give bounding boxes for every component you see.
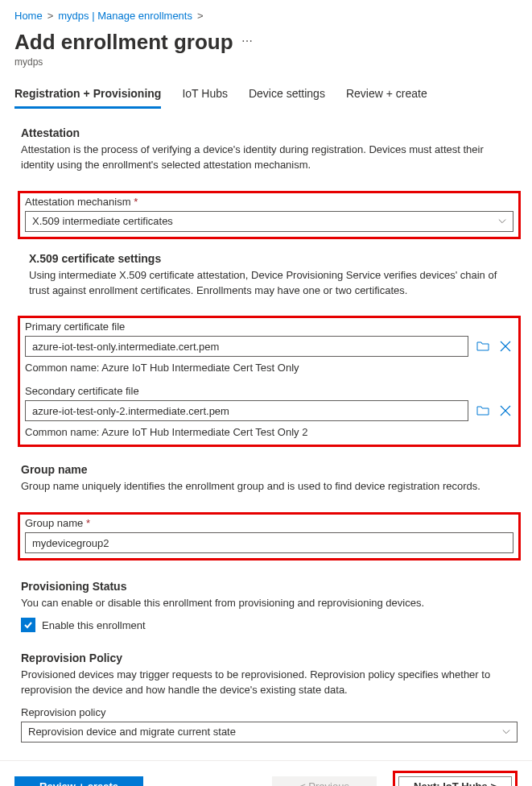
chevron-right-icon: > <box>197 10 204 22</box>
folder-icon <box>476 404 489 417</box>
reprovision-policy-label: Reprovision policy <box>21 706 518 718</box>
group-name-highlight: Group name * <box>18 512 521 561</box>
primary-cert-label: Primary certificate file <box>25 321 513 333</box>
attestation-mechanism-highlight: Attestation mechanism * X.509 intermedia… <box>18 191 521 239</box>
group-name-label: Group name * <box>25 517 513 529</box>
secondary-cert-browse-button[interactable] <box>475 403 491 419</box>
secondary-cert-clear-button[interactable] <box>497 403 513 419</box>
close-icon <box>499 404 512 417</box>
footer-actions: Review + create < Previous Next: IoT Hub… <box>0 771 532 786</box>
reprovision-policy-heading: Reprovision Policy <box>21 652 518 664</box>
secondary-cert-label: Secondary certificate file <box>25 385 513 397</box>
certificate-files-highlight: Primary certificate file Common name: Az… <box>18 316 521 447</box>
attestation-mechanism-value: X.509 intermediate certificates <box>32 215 173 227</box>
close-icon <box>499 340 512 353</box>
breadcrumb-home[interactable]: Home <box>14 10 43 22</box>
tab-review-create[interactable]: Review + create <box>346 82 427 109</box>
attestation-mechanism-select[interactable]: X.509 intermediate certificates <box>25 211 513 232</box>
enable-enrollment-label: Enable this enrollment <box>42 619 146 631</box>
folder-icon <box>476 340 489 353</box>
secondary-cert-common-name: Common name: Azure IoT Hub Intermediate … <box>25 426 513 438</box>
reprovision-policy-description: Provisioned devices may trigger requests… <box>21 668 518 698</box>
footer-divider <box>0 760 532 761</box>
reprovision-policy-value: Reprovision device and migrate current s… <box>28 726 236 738</box>
tab-device-settings[interactable]: Device settings <box>249 82 325 109</box>
enable-enrollment-checkbox[interactable] <box>21 618 35 632</box>
tab-registration[interactable]: Registration + Provisioning <box>14 82 161 109</box>
group-name-input[interactable] <box>25 532 513 553</box>
checkmark-icon <box>23 620 33 630</box>
attestation-heading: Attestation <box>21 126 518 139</box>
chevron-down-icon <box>502 728 510 736</box>
provisioning-status-heading: Provisioning Status <box>21 580 518 593</box>
previous-button[interactable]: < Previous <box>272 776 377 786</box>
attestation-mechanism-label: Attestation mechanism * <box>25 196 513 208</box>
next-button-highlight: Next: IoT Hubs > <box>393 771 518 786</box>
page-title: Add enrollment group <box>14 30 233 55</box>
breadcrumb: Home > mydps | Manage enrollments > <box>14 10 518 22</box>
x509-description: Using intermediate X.509 certificate att… <box>29 268 518 299</box>
x509-heading: X.509 certificate settings <box>29 252 518 265</box>
review-create-button[interactable]: Review + create <box>14 776 143 786</box>
group-name-heading: Group name <box>21 463 518 476</box>
primary-cert-clear-button[interactable] <box>497 338 513 354</box>
next-button[interactable]: Next: IoT Hubs > <box>398 776 512 786</box>
attestation-description: Attestation is the process of verifying … <box>21 143 518 173</box>
primary-cert-browse-button[interactable] <box>475 338 491 354</box>
primary-cert-input[interactable] <box>25 336 468 357</box>
chevron-right-icon: > <box>47 10 54 22</box>
tab-bar: Registration + Provisioning IoT Hubs Dev… <box>14 82 518 109</box>
breadcrumb-path[interactable]: mydps | Manage enrollments <box>58 10 192 22</box>
chevron-down-icon <box>498 217 506 225</box>
primary-cert-common-name: Common name: Azure IoT Hub Intermediate … <box>25 362 513 374</box>
page-subtitle: mydps <box>14 56 518 68</box>
tab-iot-hubs[interactable]: IoT Hubs <box>182 82 228 109</box>
group-name-description: Group name uniquely identifies the enrol… <box>21 479 518 494</box>
more-icon[interactable]: ⋯ <box>241 35 253 51</box>
provisioning-status-description: You can enable or disable this enrollmen… <box>21 596 518 611</box>
secondary-cert-input[interactable] <box>25 400 468 421</box>
reprovision-policy-select[interactable]: Reprovision device and migrate current s… <box>21 722 518 743</box>
